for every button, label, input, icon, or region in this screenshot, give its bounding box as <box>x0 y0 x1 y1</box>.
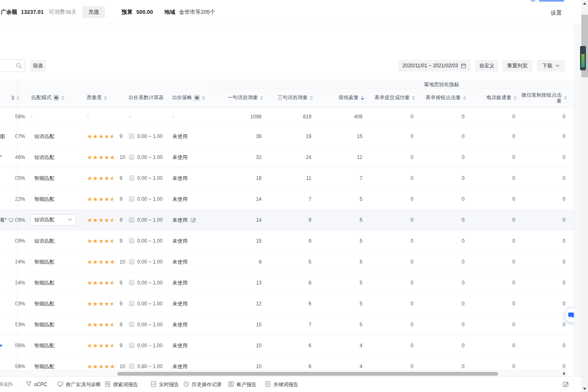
region-group: 地域 金华市等205个 <box>164 8 215 16</box>
table-row[interactable]: 看“09%短语匹配★★★★★90.00 ~ 1.00未使用14950000 <box>0 210 574 231</box>
bottom-link-1[interactable]: 推广实况与诊断 <box>57 377 101 392</box>
horizontal-scrollbar[interactable] <box>0 371 567 376</box>
calculator-icon[interactable] <box>129 217 134 223</box>
region-value[interactable]: 金华市等205个 <box>179 8 215 16</box>
quality-score: 9 <box>120 196 123 202</box>
metric-cell: 0 <box>478 133 515 139</box>
column-header-metric-5[interactable]: 电话拨通量 <box>454 88 517 108</box>
table-row[interactable]: 03%智能匹配★★★★★90.00 ~ 1.00未使用12650000 <box>0 293 574 314</box>
filter-button[interactable]: 筛选 <box>30 60 46 72</box>
quality-stars: ★★★★★9 <box>87 322 123 328</box>
column-header-quality[interactable]: 质量度 <box>87 88 107 108</box>
sort-icon[interactable] <box>61 96 64 100</box>
bottom-link-6[interactable]: 关键词报告 <box>265 377 298 392</box>
strategy-cell: 未使用 <box>172 279 187 286</box>
info-icon[interactable]: ? <box>54 95 59 100</box>
recharge-button[interactable]: 充值 <box>82 6 105 18</box>
edit-note-icon[interactable] <box>562 381 569 389</box>
metric-cell: 19 <box>274 133 311 139</box>
floating-phone-widget[interactable] <box>580 46 586 70</box>
download-button[interactable]: 下载 <box>537 60 565 72</box>
table-row[interactable]: 34%智能匹配★★★★★90.00 ~ 1.00未使用13850000 <box>0 272 574 293</box>
calculator-icon[interactable] <box>129 322 134 327</box>
edit-icon[interactable] <box>190 217 196 223</box>
table-row[interactable]: 34%智能匹配★★★★★100.00 ~ 1.00未使用6550000 <box>0 251 574 272</box>
realtime-report-icon <box>151 381 157 388</box>
sort-icon[interactable] <box>564 96 567 100</box>
percent-cell: 56% <box>8 114 25 120</box>
search-input[interactable] <box>0 59 25 72</box>
scroll-right-arrow[interactable] <box>561 371 567 376</box>
strategy-cell: 未使用 <box>172 154 187 161</box>
match-mode-select[interactable]: 短语匹配 <box>30 214 76 226</box>
star-icon: ★ <box>87 133 92 139</box>
table-row[interactable]: 56%智能匹配★★★★★90.00 ~ 1.00未使用10640000 <box>0 335 574 356</box>
table-row[interactable]: 96%智能匹配★★★★★100.80 ~ 1.00未使用10640000 <box>0 356 574 371</box>
star-icon: ★ <box>98 154 104 160</box>
percent-cell: 09% <box>8 238 25 244</box>
star-icon: ★ <box>87 364 92 369</box>
calculator-icon[interactable] <box>129 280 134 285</box>
table-row[interactable]: 05%智能匹配★★★★★90.00 ~ 1.00未使用181170000 <box>0 168 574 189</box>
reset-column-width-button[interactable]: 重置列宽 <box>502 60 532 72</box>
metric-cell: 0 <box>427 238 465 244</box>
column-header-fragment[interactable]: 3 <box>11 88 20 108</box>
table-row[interactable]: 22%智能匹配★★★★★90.00 ~ 1.00未使用14750000 <box>0 189 574 210</box>
bottom-link-4[interactable]: 历史操作记录 <box>183 377 222 392</box>
metric-cell: 0 <box>376 217 413 223</box>
balance-label: 广余额 <box>1 8 17 16</box>
calculator-icon[interactable] <box>129 343 134 348</box>
star-icon: ★ <box>93 154 98 160</box>
star-icon: ★ <box>98 322 104 328</box>
column-header-metric-6[interactable]: 微信复制按钮点击量 <box>515 88 567 108</box>
bottom-link-2[interactable]: 搜索词报告 <box>105 377 138 392</box>
match-mode-cell: 智能匹配 <box>34 321 54 328</box>
bottom-link-5[interactable]: 账户报告 <box>228 377 257 392</box>
info-icon[interactable]: ? <box>194 95 200 100</box>
scroll-up-arrow[interactable] <box>581 0 588 7</box>
calculator-icon[interactable] <box>129 238 134 243</box>
bid-range-cell: 0.00 ~ 1.00 <box>129 196 162 202</box>
percent-cell: 34% <box>8 259 25 265</box>
bottom-link-0[interactable]: oCPC <box>26 377 47 392</box>
star-icon: ★ <box>110 364 115 369</box>
metric-cell: 0 <box>376 280 413 286</box>
date-range-picker[interactable]: 2020/11/01 ~ 2021/02/03 <box>398 60 470 72</box>
star-icon: ★ <box>104 175 110 181</box>
settings-link[interactable]: 设置 <box>551 9 562 17</box>
metric-cell: 10 <box>224 343 262 348</box>
scroll-down-arrow[interactable] <box>581 385 588 392</box>
bottom-link-3[interactable]: 实时报告 <box>151 377 179 392</box>
star-icon: ★ <box>104 217 110 223</box>
calculator-icon[interactable] <box>129 133 134 139</box>
horizontal-scrollbar-thumb[interactable] <box>117 372 498 376</box>
customize-button[interactable]: 自定义 <box>475 60 498 72</box>
sort-icon[interactable] <box>104 96 107 100</box>
star-icon: ★ <box>98 217 104 223</box>
calculator-icon[interactable] <box>129 301 134 306</box>
quality-score: 9 <box>120 343 123 348</box>
calculator-icon[interactable] <box>129 196 134 202</box>
calculator-icon[interactable] <box>129 154 134 160</box>
metric-cell: 9 <box>274 238 311 244</box>
table-row[interactable]: 图07%短语匹配★★★★★90.00 ~ 1.00未使用3619150000 <box>0 126 574 147</box>
calculator-icon[interactable] <box>129 364 134 369</box>
metric-cell: 32 <box>224 154 262 160</box>
calculator-icon[interactable] <box>129 259 134 264</box>
column-header-bid-calc[interactable]: 出价系数计算器 <box>128 88 164 108</box>
bid-range-cell: 0.00 ~ 1.00 <box>129 238 162 244</box>
percent-cell: 03% <box>8 301 25 307</box>
strategy-cell: 未使用 <box>172 321 187 328</box>
metric-cell: 0 <box>427 364 465 369</box>
column-header-match-mode[interactable]: 匹配模式 ? <box>31 88 64 108</box>
bid-range-cell: 0.00 ~ 1.00 <box>129 301 162 307</box>
metric-cell: 0 <box>528 133 565 139</box>
sort-icon[interactable] <box>16 96 20 100</box>
summary-row[interactable]: 56%----10986194090000 <box>0 108 574 126</box>
table-row[interactable]: 53%智能匹配★★★★★90.00 ~ 1.00未使用15750000 <box>0 314 574 335</box>
table-row[interactable]: “46%短语匹配★★★★★100.00 ~ 1.00未使用3224120000 <box>0 147 574 168</box>
star-icon: ★ <box>87 301 92 307</box>
bid-range-cell: 0.00 ~ 1.00 <box>129 259 162 265</box>
calculator-icon[interactable] <box>129 175 134 181</box>
table-row[interactable]: 09%短语匹配★★★★★90.00 ~ 1.00未使用15950000 <box>0 231 574 251</box>
